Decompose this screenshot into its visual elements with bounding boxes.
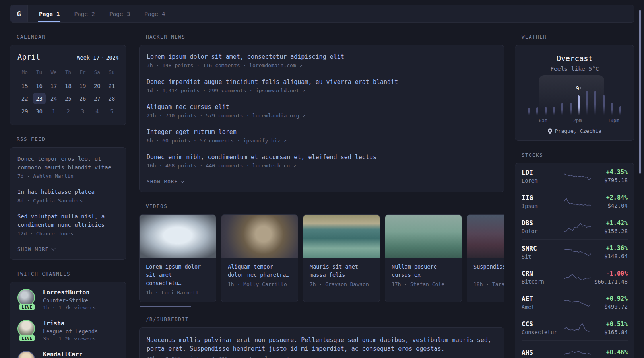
weather-bar <box>545 107 547 115</box>
hn-item-domain-link[interactable]: loremlandia.org → <box>252 113 305 119</box>
twitch-channel-meta: 3h · 1.2k viewers <box>43 336 98 342</box>
calendar-day[interactable]: 19 <box>76 80 90 92</box>
weather-bar <box>611 103 613 115</box>
hacker-news-card: Lorem ipsum dolor sit amet, consectetur … <box>139 45 504 192</box>
stock-row[interactable]: AETAmet+0.92%$499.72 <box>522 290 628 315</box>
calendar-day[interactable]: 24 <box>47 92 61 105</box>
calendar-day[interactable]: 28 <box>105 92 119 105</box>
tab-page-4[interactable]: Page 4 <box>144 5 165 22</box>
hn-item-title[interactable]: Donec imperdiet augue tincidunt felis al… <box>147 78 497 86</box>
hn-item-stats: 3h · 148 points · 116 comments · <box>147 62 249 68</box>
video-card[interactable]: Aliquam tempor dolor nec pharetra…1h · M… <box>221 214 298 302</box>
stock-row[interactable]: IIGIpsum+2.84%$42.04 <box>522 189 628 214</box>
hn-show-more-button[interactable]: SHOW MORE <box>147 179 497 185</box>
rss-item-title: In hac habitasse platea <box>17 188 119 197</box>
tab-page-1[interactable]: Page 1 <box>39 5 60 22</box>
stock-name: Dolor <box>522 228 564 234</box>
calendar-day[interactable]: 21 <box>105 80 119 92</box>
calendar-grid: MoTuWeThFrSaSu15161718192021222324252627… <box>17 69 119 117</box>
calendar-day[interactable]: 4 <box>90 105 104 117</box>
stock-price: $795.18 <box>591 177 628 183</box>
twitch-channel-name: Trisha <box>43 320 98 327</box>
calendar-day-selected[interactable]: 23 <box>32 92 46 105</box>
stock-row[interactable]: CRNBitcorn-1.00%$66,171.48 <box>522 265 628 290</box>
stock-row[interactable]: DBSDolor+1.42%$156.28 <box>522 214 628 239</box>
tab-page-2[interactable]: Page 2 <box>74 5 95 22</box>
rss-item[interactable]: Sed volutpat nulla nisl, a condimentum n… <box>17 212 119 237</box>
weather-bar <box>536 107 538 115</box>
subreddit-section-label: /R/SUBREDDIT <box>146 316 504 322</box>
calendar-day[interactable]: 2 <box>61 105 75 117</box>
stock-id: LDILorem <box>522 169 564 184</box>
stock-values: +1.42%$156.28 <box>591 220 628 234</box>
calendar-card: April Week 17·2024 MoTuWeThFrSaSu1516171… <box>10 45 126 125</box>
video-card[interactable]: Lorem ipsum dolor sit amet consectetu…1h… <box>139 214 216 302</box>
calendar-day[interactable]: 15 <box>17 80 32 92</box>
calendar-day[interactable]: 26 <box>76 92 90 105</box>
calendar-day[interactable]: 20 <box>90 80 104 92</box>
location-pin-icon <box>548 128 552 134</box>
stock-row[interactable]: SNRCSit+1.36%$148.64 <box>522 239 628 265</box>
calendar-day[interactable]: 27 <box>90 92 104 105</box>
twitch-channel-row[interactable]: LIVETrishaLeague of Legends3h · 1.2k vie… <box>17 320 119 348</box>
video-card[interactable]: Nullam posuere cursus ex17h · Stefan Col… <box>385 214 462 302</box>
stock-row[interactable]: LDILorem+4.35%$795.18 <box>522 163 628 189</box>
videos-scrollbar[interactable] <box>140 306 191 307</box>
app-logo[interactable]: G <box>10 5 28 22</box>
calendar-day[interactable]: 30 <box>32 105 46 117</box>
tab-page-3[interactable]: Page 3 <box>109 5 130 22</box>
video-card-body: Lorem ipsum dolor sit amet consectetu…1h… <box>140 258 216 302</box>
hn-item-domain-link[interactable]: ipsumworld.net → <box>256 88 305 93</box>
calendar-day[interactable]: 17 <box>47 80 61 92</box>
stock-ticker: CCS <box>522 320 564 328</box>
rss-item[interactable]: In hac habitasse platea8d · Cynthia Saun… <box>17 188 119 204</box>
stock-id: SNRCSit <box>522 245 564 260</box>
calendar-day[interactable]: 29 <box>17 105 32 117</box>
video-card[interactable]: Mauris sit amet massa felis7h · Grayson … <box>303 214 380 302</box>
stock-change: +4.35% <box>591 169 628 176</box>
videos-carousel: Lorem ipsum dolor sit amet consectetu…1h… <box>139 214 504 302</box>
subreddit-post: Maecenas mollis pulvinar erat non posuer… <box>147 336 497 358</box>
stock-id: IIGIpsum <box>522 194 564 209</box>
calendar-day[interactable]: 1 <box>47 105 61 117</box>
hn-item-title[interactable]: Donec enim nibh, condimentum et accumsan… <box>147 154 497 161</box>
hn-item-domain-link[interactable]: loremdomain.com → <box>249 62 302 68</box>
hn-item-title[interactable]: Integer eget rutrum lorem <box>147 128 497 136</box>
video-card[interactable]: Suspendisse diam18h · Tara <box>467 214 504 302</box>
video-card-body: Mauris sit amet massa felis7h · Grayson … <box>303 258 380 294</box>
subreddit-post-title[interactable]: Maecenas mollis pulvinar erat non posuer… <box>147 336 497 353</box>
subreddit-item-domain-link[interactable]: loremnet.xyz → <box>265 356 308 358</box>
hn-item-title[interactable]: Lorem ipsum dolor sit amet, consectetur … <box>147 53 497 60</box>
twitch-channel-game: League of Legends <box>43 328 98 335</box>
chevron-down-icon <box>180 179 184 183</box>
twitch-channel-row[interactable]: LIVEForrestBurtonCounter-Strike1h · 1.7k… <box>17 289 119 317</box>
rss-item[interactable]: Donec tempor eros leo, ut commodo mauris… <box>17 155 119 179</box>
twitch-channel-row[interactable]: KendallCarr <box>17 351 119 358</box>
calendar-day[interactable]: 3 <box>76 105 90 117</box>
rss-item-title: Sed volutpat nulla nisl, a condimentum n… <box>17 212 119 230</box>
right-column: WEATHER Overcast Feels like 5°C 9° 6am2p… <box>515 23 634 358</box>
video-meta: 18h · Tara <box>473 281 504 287</box>
stock-row[interactable]: AHS+0.46% <box>522 340 628 358</box>
rss-show-more-button[interactable]: SHOW MORE <box>17 246 119 252</box>
hn-item-domain-link[interactable]: loremtech.co → <box>252 163 296 169</box>
hn-item-domain: ipsumworld.net <box>256 88 302 93</box>
rss-item-meta: 12d · Chance Jones <box>17 231 119 237</box>
hn-item-domain-link[interactable]: ipsumify.biz → <box>243 138 287 144</box>
stock-price: $499.72 <box>591 304 628 310</box>
stock-row[interactable]: CCSConsectetur+0.51%$165.84 <box>522 315 628 340</box>
calendar-day[interactable]: 16 <box>32 80 46 92</box>
stock-price: $156.28 <box>591 228 628 234</box>
calendar-day[interactable]: 22 <box>17 92 32 105</box>
avatar-wrap: LIVE <box>17 289 37 308</box>
calendar-day[interactable]: 25 <box>61 92 75 105</box>
calendar-day[interactable]: 5 <box>105 105 119 117</box>
calendar-day-number: 21 <box>105 80 118 91</box>
stock-price: $165.84 <box>591 329 628 335</box>
page-scrollbar[interactable] <box>639 10 641 174</box>
calendar-day-number: 19 <box>76 80 89 91</box>
weather-bar-cell <box>608 78 616 115</box>
hn-item-title[interactable]: Aliquam nec cursus elit <box>147 103 497 111</box>
stock-id: DBSDolor <box>522 219 564 234</box>
calendar-day[interactable]: 18 <box>61 80 75 92</box>
